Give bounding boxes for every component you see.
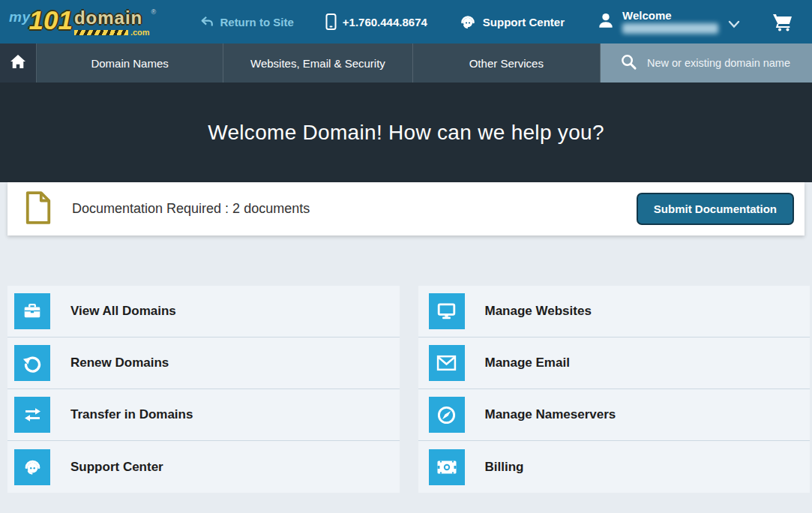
logo[interactable]: my 101 domain .com ® [9,7,156,38]
envelope-icon [429,345,465,381]
menu-item-billing[interactable]: Billing [418,441,811,493]
quick-menu: View All Domains Renew Domains Transfer … [0,286,812,493]
logo-101: 101 [28,7,72,33]
support-center-link[interactable]: Support Center [459,13,565,31]
hero-title: Welcome Domain! How can we help you? [208,121,604,145]
cart-icon [772,12,794,32]
menu-item-view-all-domains[interactable]: View All Domains [7,286,400,338]
headset-icon [459,13,477,31]
menu-item-label: Manage Email [485,356,570,370]
user-texts: Welcome [622,10,718,34]
menu-item-label: Manage Websites [485,304,592,319]
nav-item-other-services[interactable]: Other Services [413,44,601,82]
transfer-arrows-icon [14,397,50,433]
topbar-right: Return to Site +1.760.444.8674 Support C… [200,10,812,34]
support-center-label: Support Center [483,16,565,28]
home-button[interactable] [0,44,36,82]
return-to-site-link[interactable]: Return to Site [200,15,293,28]
home-icon [10,54,26,72]
menu-item-label: Manage Nameservers [485,407,616,422]
documentation-message: Documentation Required : 2 documents [72,201,310,217]
chevron-down-icon[interactable] [728,18,740,32]
return-arrow-icon [200,15,214,28]
search-icon [620,53,637,74]
domain-search-box[interactable] [601,44,812,82]
logo-stripes [74,30,128,35]
menu-item-manage-nameservers[interactable]: Manage Nameservers [418,389,811,441]
menu-item-label: Support Center [70,460,163,475]
phone-number[interactable]: +1.760.444.8674 [325,14,427,30]
renew-icon [14,345,50,381]
logo-domain-wrap: domain .com [74,10,150,38]
logo-stripes-row: .com [74,28,150,37]
logo-domain: domain [74,10,150,26]
mobile-phone-icon [325,14,337,30]
logo-registered-mark: ® [151,8,157,16]
cart-button[interactable] [772,12,794,32]
compass-icon [429,397,465,433]
submit-documentation-button[interactable]: Submit Documentation [637,193,794,225]
menu-item-manage-email[interactable]: Manage Email [418,338,811,389]
nav-item-label: Websites, Email & Security [250,57,385,70]
main-nav: Domain Names Websites, Email & Security … [0,44,812,82]
documentation-bar: Documentation Required : 2 documents Sub… [7,182,805,236]
user-icon [596,10,616,33]
menu-item-renew-domains[interactable]: Renew Domains [7,338,400,389]
menu-item-transfer-in-domains[interactable]: Transfer in Domains [7,389,400,441]
menu-item-label: View All Domains [70,304,176,319]
nav-item-domain-names[interactable]: Domain Names [36,44,223,82]
nav-item-label: Other Services [469,57,544,70]
quick-menu-left-column: View All Domains Renew Domains Transfer … [7,286,400,493]
phone-number-label: +1.760.444.8674 [343,16,427,28]
menu-item-label: Renew Domains [70,356,169,370]
welcome-label: Welcome [622,10,718,21]
logo-tld: .com [130,28,150,37]
menu-item-manage-websites[interactable]: Manage Websites [418,286,811,338]
menu-item-label: Billing [485,460,524,475]
briefcase-icon [14,293,50,329]
monitor-icon [429,293,465,329]
document-icon [24,190,52,229]
quick-menu-right-column: Manage Websites Manage Email Manage Name… [418,286,811,493]
domain-search-input[interactable] [647,57,812,69]
menu-item-label: Transfer in Domains [70,407,193,422]
logo-my: my [9,9,30,26]
user-name-redacted [622,23,718,34]
return-to-site-label: Return to Site [220,16,293,28]
nav-item-websites-email-security[interactable]: Websites, Email & Security [223,44,412,82]
menu-item-support-center[interactable]: Support Center [7,441,400,493]
topbar: my 101 domain .com ® Return to Site +1.7… [0,0,812,44]
hero-banner: Welcome Domain! How can we help you? [0,82,812,182]
headset-icon [14,449,50,485]
user-menu[interactable]: Welcome [596,10,740,34]
nav-item-label: Domain Names [91,57,168,70]
banknote-icon [429,449,465,485]
